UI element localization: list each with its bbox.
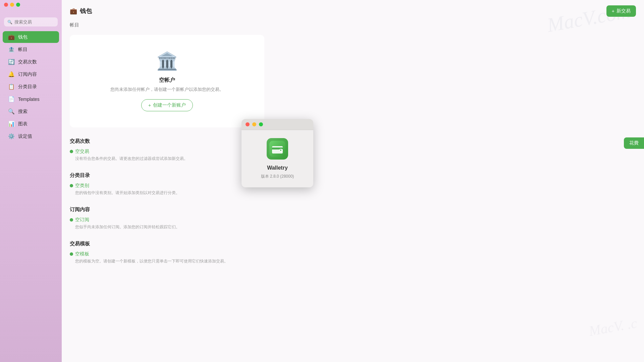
transactions-empty-desc: 没有符合您条件的交易。请更改您的过滤器或尝试添加新交易。 [75, 156, 636, 162]
sidebar-item-settings[interactable]: ⚙️ 设定值 [3, 130, 59, 142]
templates-section-title: 交易模板 [70, 241, 636, 247]
categories-icon: 📋 [8, 83, 15, 90]
sidebar-item-charts[interactable]: 📊 图表 [3, 118, 59, 130]
dialog-close-button[interactable] [246, 122, 250, 126]
subscriptions-dot [70, 218, 73, 222]
sidebar-item-label: 订阅内容 [18, 71, 37, 77]
accounts-icon: 🏦 [8, 46, 15, 53]
search-nav-icon: 🔍 [8, 108, 15, 115]
categories-empty-desc: 您的钱包中没有类别。请开始添加类别以对交易进行分类。 [75, 190, 636, 196]
subscriptions-icon: 🔔 [8, 71, 15, 77]
sidebar-item-label: 帐目 [18, 47, 28, 53]
categories-section-title: 分类目录 [70, 172, 636, 179]
close-button[interactable] [4, 3, 8, 7]
accounts-empty-desc: 您尚未添加任何帐户，请创建一个新帐户以添加您的交易。 [110, 86, 224, 93]
sidebar-item-label: 分类目录 [18, 84, 37, 90]
categories-section: 分类目录 空类别 您的钱包中没有类别。请开始添加类别以对交易进行分类。 [70, 172, 636, 196]
about-dialog: Walletry 版本 2.8.0 (28000) [241, 119, 313, 187]
sidebar: 🔍 💼 钱包 🏦 帐目 🔄 交易次数 🔔 订阅内容 📋 分类目录 📄 Templ… [0, 0, 62, 362]
create-account-button[interactable]: + 创建一个新账户 [141, 99, 193, 111]
wallet-app-icon-svg [269, 141, 285, 157]
charts-icon: 📊 [8, 121, 15, 127]
search-input[interactable] [14, 19, 54, 24]
dialog-titlebar [241, 119, 313, 130]
sidebar-item-label: 搜索 [18, 109, 28, 115]
page-title: 💼 钱包 [70, 7, 92, 15]
titlebar-dots [0, 0, 24, 9]
bank-icon: 🏛️ [156, 51, 178, 71]
main-content: MacV.com MacV. .c 💼 钱包 + 新交易 帐目 🏛️ 空帐户 您… [62, 0, 644, 362]
transactions-empty-title: 空交易 [70, 148, 636, 155]
create-account-plus-icon: + [148, 103, 151, 108]
categories-empty-state: 空类别 您的钱包中没有类别。请开始添加类别以对交易进行分类。 [70, 183, 636, 196]
accounts-empty-card: 🏛️ 空帐户 您尚未添加任何帐户，请创建一个新帐户以添加您的交易。 + 创建一个… [70, 35, 264, 127]
accounts-title: 帐目 [70, 22, 79, 27]
templates-empty-state: 空模板 您的模板为空。请创建一个新模板，以便您只需单击一下即可使用它们快速添加交… [70, 251, 636, 264]
subscriptions-section-title: 订阅内容 [70, 206, 636, 213]
sidebar-item-label: 设定值 [18, 133, 32, 139]
title-text: 钱包 [80, 7, 92, 15]
subscriptions-empty-state: 空订阅 您似乎尚未添加任何订阅。添加您的订阅并轻松跟踪它们。 [70, 217, 636, 230]
subscriptions-empty-desc: 您似乎尚未添加任何订阅。添加您的订阅并轻松跟踪它们。 [75, 224, 636, 230]
subscriptions-section: 订阅内容 空订阅 您似乎尚未添加任何订阅。添加您的订阅并轻松跟踪它们。 [70, 206, 636, 230]
sidebar-item-label: 图表 [18, 121, 28, 127]
sidebar-item-wallet[interactable]: 💼 钱包 [3, 31, 59, 43]
new-transaction-button[interactable]: + 新交易 [606, 5, 636, 17]
templates-empty-desc: 您的模板为空。请创建一个新模板，以便您只需单击一下即可使用它们快速添加交易。 [75, 258, 636, 264]
app-icon [267, 138, 288, 160]
create-account-label: 创建一个新账户 [153, 102, 186, 108]
app-name: Walletry [267, 165, 288, 171]
accounts-section-header: 帐目 [70, 22, 636, 29]
app-version: 版本 2.8.0 (28000) [261, 174, 294, 179]
transactions-dot [70, 150, 73, 153]
plus-icon: + [612, 8, 614, 14]
svg-point-4 [280, 149, 281, 151]
search-box[interactable]: 🔍 [4, 17, 58, 26]
watermark-3: MacV. .c [588, 315, 638, 339]
sidebar-item-subscriptions[interactable]: 🔔 订阅内容 [3, 68, 59, 80]
wallet-icon: 💼 [8, 34, 15, 40]
categories-dot [70, 184, 73, 187]
categories-empty-title: 空类别 [70, 183, 636, 189]
dialog-maximize-button[interactable] [259, 122, 263, 126]
sidebar-item-label: 钱包 [18, 34, 28, 40]
accounts-section: 帐目 🏛️ 空帐户 您尚未添加任何帐户，请创建一个新帐户以添加您的交易。 + 创… [70, 22, 636, 127]
sidebar-item-label: 交易次数 [18, 59, 37, 65]
content-area: 帐目 🏛️ 空帐户 您尚未添加任何帐户，请创建一个新帐户以添加您的交易。 + 创… [62, 22, 644, 283]
settings-icon: ⚙️ [8, 133, 15, 139]
sidebar-item-accounts[interactable]: 🏦 帐目 [3, 44, 59, 55]
new-transaction-label: 新交易 [616, 8, 631, 14]
sidebar-item-templates[interactable]: 📄 Templates [3, 93, 59, 105]
transactions-icon: 🔄 [8, 59, 15, 65]
header-bar: 💼 钱包 + 新交易 [62, 0, 644, 19]
templates-section: 交易模板 空模板 您的模板为空。请创建一个新模板，以便您只需单击一下即可使用它们… [70, 241, 636, 264]
templates-icon: 📄 [8, 96, 15, 102]
templates-empty-title: 空模板 [70, 251, 636, 257]
sidebar-item-label: Templates [18, 97, 40, 102]
accounts-empty-title: 空帐户 [159, 77, 175, 84]
templates-dot [70, 252, 73, 256]
maximize-button[interactable] [16, 3, 20, 7]
dialog-minimize-button[interactable] [252, 122, 256, 126]
minimize-button[interactable] [10, 3, 14, 7]
search-icon: 🔍 [7, 20, 12, 24]
sidebar-item-categories[interactable]: 📋 分类目录 [3, 81, 59, 93]
dialog-content: Walletry 版本 2.8.0 (28000) [241, 130, 313, 187]
sidebar-item-transactions[interactable]: 🔄 交易次数 [3, 56, 59, 68]
flower-button[interactable]: 花費 [624, 137, 644, 149]
sidebar-item-search[interactable]: 🔍 搜索 [3, 106, 59, 117]
subscriptions-empty-title: 空订阅 [70, 217, 636, 223]
transactions-section-title: 交易次数 [70, 138, 636, 144]
transactions-section: 交易次数 空交易 没有符合您条件的交易。请更改您的过滤器或尝试添加新交易。 [70, 138, 636, 162]
title-icon: 💼 [70, 7, 77, 15]
transactions-empty-state: 空交易 没有符合您条件的交易。请更改您的过滤器或尝试添加新交易。 [70, 148, 636, 162]
